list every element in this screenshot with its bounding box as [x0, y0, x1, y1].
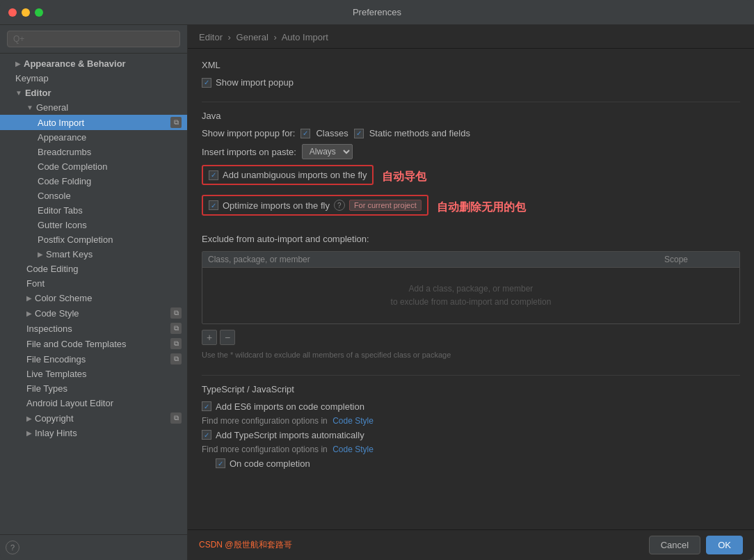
sidebar-item-color-scheme[interactable]: ▶ Color Scheme: [0, 291, 187, 305]
add-typescript-label: Add TypeScript imports automatically: [216, 430, 364, 440]
on-code-completion-checkbox[interactable]: [216, 458, 225, 468]
exclude-title: Exclude from auto-import and completion:: [202, 234, 740, 244]
sidebar-item-label: Code Style: [35, 308, 79, 319]
table-col1: Class, package, or member: [208, 255, 664, 264]
cancel-button[interactable]: Cancel: [649, 536, 700, 554]
sidebar-item-label: Appearance & Behavior: [24, 58, 126, 69]
code-style-link-1[interactable]: Code Style: [332, 416, 374, 426]
sidebar-item-inspections[interactable]: Inspections ⧉: [0, 321, 187, 336]
show-import-popup-checkbox[interactable]: [202, 78, 211, 88]
close-button[interactable]: [8, 8, 17, 17]
for-current-project-badge: For current project: [349, 200, 422, 211]
optimize-imports-label: Optimize imports on the fly: [223, 200, 330, 211]
divider2: [202, 375, 740, 376]
sidebar-item-auto-import[interactable]: Auto Import ⧉: [0, 115, 187, 130]
annotation-add: 自动导包: [382, 170, 426, 184]
code-style-link-2[interactable]: Code Style: [332, 445, 374, 454]
add-es6-row: Add ES6 imports on code completion: [202, 401, 740, 412]
sidebar-item-label: General: [36, 102, 68, 113]
sidebar-item-label: Smart Keys: [46, 249, 93, 259]
table-body: Add a class, package, or member to exclu…: [202, 268, 739, 323]
sidebar-item-inlay-hints[interactable]: ▶ Inlay Hints: [0, 426, 187, 440]
sidebar-item-appearance-behavior[interactable]: ▶ Appearance & Behavior: [0, 56, 187, 71]
sidebar-item-console[interactable]: Console: [0, 189, 187, 203]
copy-icon: ⧉: [170, 307, 182, 319]
sidebar-item-breadcrumbs[interactable]: Breadcrumbs: [0, 145, 187, 159]
sidebar-item-android-layout-editor[interactable]: Android Layout Editor: [0, 396, 187, 410]
sidebar-item-keymap[interactable]: Keymap: [0, 71, 187, 86]
sidebar-tree: ▶ Appearance & Behavior Keymap ▼ Editor …: [0, 54, 187, 534]
sidebar-item-gutter-icons[interactable]: Gutter Icons: [0, 218, 187, 232]
sidebar-item-label: Copyright: [35, 413, 74, 424]
table-col2: Scope: [664, 255, 734, 264]
copy-icon: ⧉: [170, 117, 182, 128]
find-more-1-text: Find more configuration options in: [202, 416, 328, 426]
search-input[interactable]: [7, 31, 180, 47]
typescript-section: TypeScript / JavaScript Add ES6 imports …: [202, 384, 740, 469]
sidebar-item-label: Postfix Completion: [38, 234, 113, 245]
help-icon[interactable]: ?: [334, 200, 345, 211]
hint-text: Use the * wildcard to exclude all member…: [202, 349, 740, 361]
table-header: Class, package, or member Scope: [202, 252, 739, 268]
sidebar-item-label: Gutter Icons: [38, 220, 87, 230]
sidebar-item-label: Breadcrumbs: [38, 147, 91, 157]
search-bar: [0, 25, 187, 54]
optimize-imports-container: Optimize imports on the fly ? For curren…: [202, 195, 740, 220]
sidebar-item-code-editing[interactable]: Code Editing: [0, 262, 187, 276]
sidebar-item-label: Font: [26, 278, 45, 289]
sidebar-item-font[interactable]: Font: [0, 276, 187, 291]
sidebar-item-label: File Encodings: [26, 354, 86, 365]
sidebar-item-label: Keymap: [15, 73, 49, 83]
question-icon: ?: [10, 543, 15, 552]
on-code-completion-row: On code completion: [202, 458, 740, 469]
window-title: Preferences: [353, 7, 401, 17]
sidebar-item-smart-keys[interactable]: ▶ Smart Keys: [0, 247, 187, 262]
breadcrumb-part1: Editor: [199, 32, 223, 42]
sidebar-item-label: Inspections: [26, 323, 72, 334]
add-es6-checkbox[interactable]: [202, 401, 211, 411]
copy-icon: ⧉: [170, 338, 182, 349]
sidebar-item-code-folding[interactable]: Code Folding: [0, 174, 187, 189]
add-es6-label: Add ES6 imports on code completion: [216, 401, 364, 412]
sidebar-item-code-completion[interactable]: Code Completion: [0, 159, 187, 174]
sidebar-item-label: Appearance: [38, 132, 86, 143]
sidebar-item-label: Inlay Hints: [35, 428, 77, 438]
classes-checkbox[interactable]: [300, 129, 310, 138]
remove-button[interactable]: −: [220, 330, 235, 345]
sidebar-item-appearance[interactable]: Appearance: [0, 130, 187, 145]
sidebar-item-postfix-completion[interactable]: Postfix Completion: [0, 232, 187, 247]
sidebar-item-file-encodings[interactable]: File Encodings ⧉: [0, 351, 187, 367]
show-import-for-row: Show import popup for: Classes Static me…: [202, 128, 740, 138]
sidebar-item-file-types[interactable]: File Types: [0, 381, 187, 396]
panel-header: Editor › General › Auto Import: [188, 25, 754, 49]
sidebar-item-general[interactable]: ▼ General: [0, 100, 187, 115]
copy-icon: ⧉: [170, 353, 182, 365]
sidebar-item-editor-tabs[interactable]: Editor Tabs: [0, 203, 187, 218]
xml-section: XML Show import popup: [202, 60, 740, 88]
sidebar-item-copyright[interactable]: ▶ Copyright ⧉: [0, 410, 187, 426]
add-unambiguous-container: Add unambiguous imports on the fly 自动导包: [202, 165, 740, 189]
sidebar: ▶ Appearance & Behavior Keymap ▼ Editor …: [0, 25, 188, 560]
main-panel: Editor › General › Auto Import XML Show …: [188, 25, 754, 560]
exclude-table: Class, package, or member Scope Add a cl…: [202, 251, 740, 324]
sidebar-item-code-style[interactable]: ▶ Code Style ⧉: [0, 305, 187, 321]
add-unambiguous-checkbox[interactable]: [209, 170, 218, 180]
arrow-icon: ▶: [15, 60, 21, 67]
static-methods-checkbox[interactable]: [354, 129, 364, 138]
traffic-lights: [8, 8, 43, 17]
minimize-button[interactable]: [22, 8, 30, 17]
add-typescript-checkbox[interactable]: [202, 430, 211, 440]
maximize-button[interactable]: [35, 8, 43, 17]
sidebar-item-label: Code Completion: [38, 161, 107, 172]
insert-imports-dropdown[interactable]: Always Ask Never: [302, 144, 353, 159]
optimize-imports-checkbox[interactable]: [209, 200, 218, 210]
ok-button[interactable]: OK: [706, 536, 743, 554]
sidebar-item-editor[interactable]: ▼ Editor: [0, 86, 187, 100]
sidebar-item-file-code-templates[interactable]: File and Code Templates ⧉: [0, 336, 187, 351]
help-button[interactable]: ?: [6, 541, 19, 554]
add-button[interactable]: +: [202, 330, 217, 345]
sidebar-item-live-templates[interactable]: Live Templates: [0, 367, 187, 381]
arrow-icon: ▶: [26, 415, 32, 422]
copy-icon: ⧉: [170, 323, 182, 334]
sidebar-item-label: Editor: [25, 88, 51, 98]
